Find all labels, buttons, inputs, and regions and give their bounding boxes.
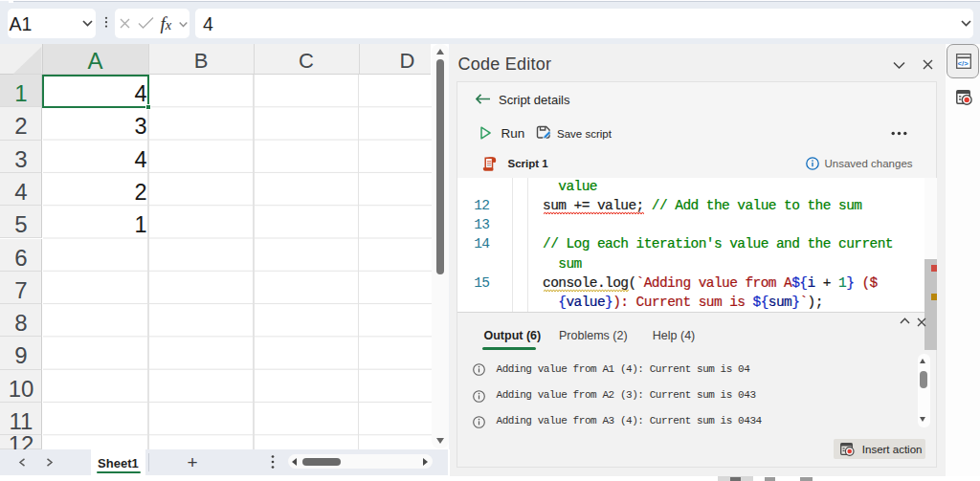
svg-text:</>: </> (957, 59, 969, 68)
